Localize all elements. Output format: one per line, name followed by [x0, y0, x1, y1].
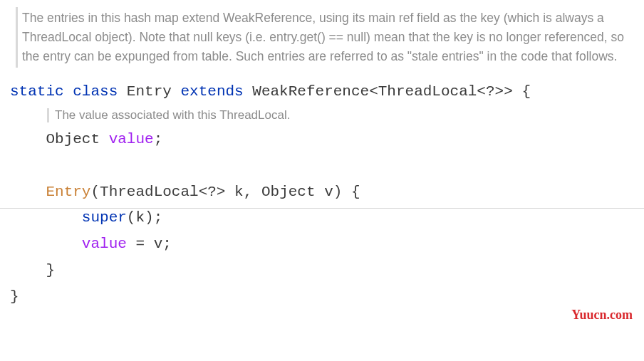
body-close-brace: }	[46, 262, 55, 278]
keyword-super: super	[82, 209, 127, 226]
code-line-super: super(k);	[0, 205, 644, 231]
code-line-field: Object value;	[0, 127, 644, 153]
code-block: static class Entry extends WeakReference…	[0, 79, 644, 105]
class-close-brace: }	[10, 288, 19, 305]
super-type: WeakReference<ThreadLocal<?>>	[252, 83, 512, 100]
field-name: value	[109, 131, 154, 147]
javadoc-comment-inner: The value associated with this ThreadLoc…	[47, 108, 644, 122]
param2-type: Object	[261, 184, 316, 200]
super-semicolon: ;	[154, 209, 163, 226]
class-name: Entry	[127, 83, 172, 100]
super-paren-open: (	[127, 209, 136, 226]
code-blank-line	[0, 153, 644, 179]
code-line-assign: value = v;	[0, 231, 644, 258]
watermark-label: Yuucn.com	[571, 308, 633, 323]
code-line-ctor-sig: Entry(ThreadLocal<?> k, Object v) {	[0, 179, 644, 206]
open-brace: {	[521, 83, 531, 100]
param1-name: k	[234, 184, 244, 200]
field-type: Object	[46, 131, 100, 147]
javadoc-comment-top: The entries in this hash map extend Weak…	[16, 7, 634, 68]
assign-eq: =	[127, 236, 154, 252]
comma: ,	[244, 184, 253, 200]
assign-left: value	[82, 236, 127, 252]
paren-open: (	[90, 184, 100, 200]
assign-right: v	[154, 236, 163, 252]
constructor-name: Entry	[46, 184, 90, 200]
keyword-extends: extends	[180, 83, 243, 100]
code-line-body-close: }	[0, 258, 644, 284]
param1-type: ThreadLocal<?>	[100, 184, 225, 200]
horizontal-divider	[0, 208, 644, 209]
body-open-brace: {	[351, 184, 360, 200]
semicolon: ;	[154, 131, 163, 147]
keyword-static: static	[10, 83, 64, 100]
assign-semicolon: ;	[162, 236, 172, 252]
code-line-class-close: }	[0, 284, 644, 310]
super-arg: k	[135, 209, 145, 226]
paren-close: )	[333, 184, 343, 200]
keyword-class: class	[73, 83, 118, 100]
super-paren-close: )	[145, 209, 154, 226]
param2-name: v	[324, 184, 333, 200]
